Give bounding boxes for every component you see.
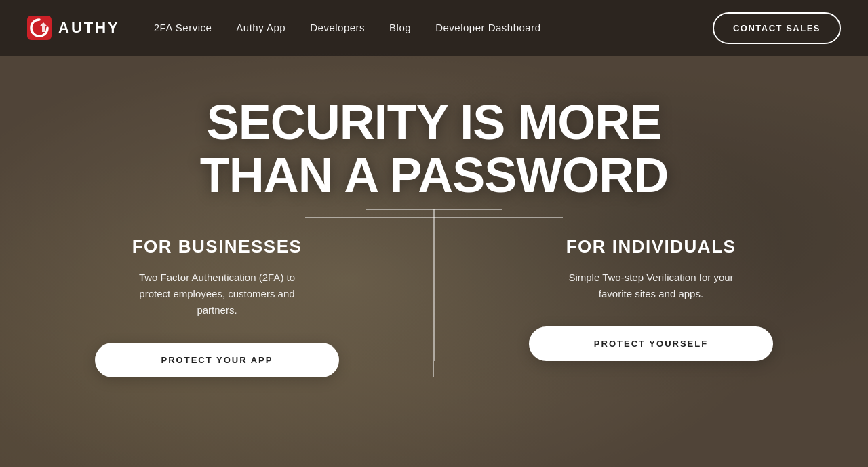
nav-right: CONTACT SALES [713, 12, 841, 44]
nav-2fa-service[interactable]: 2FA Service [154, 22, 212, 33]
hero-headline-line1: SECURITY IS MORE [207, 95, 662, 149]
hero-headline-line2: THAN A PASSWORD [200, 148, 668, 202]
nav-authy-app[interactable]: Authy App [236, 22, 285, 33]
logo-text: AUTHY [58, 19, 120, 37]
protect-your-app-button[interactable]: PROTECT YOUR APP [95, 343, 339, 377]
hero-headline: SECURITY IS MORE THAN A PASSWORD [200, 96, 668, 202]
protect-yourself-button[interactable]: PROTECT YOURSELF [529, 326, 773, 361]
navbar: AUTHY 2FA Service Authy App Developers B… [0, 0, 868, 56]
businesses-description: Two Factor Authentication (2FA) to prote… [122, 269, 312, 318]
hero-columns: FOR BUSINESSES Two Factor Authentication… [0, 236, 868, 377]
top-divider-bar [305, 217, 563, 218]
hero-content: SECURITY IS MORE THAN A PASSWORD FOR BUS… [0, 56, 868, 377]
top-line-right [434, 209, 502, 210]
individuals-description: Simple Two-step Verification for your fa… [556, 269, 746, 302]
individuals-title: FOR INDIVIDUALS [566, 236, 736, 257]
logo-link[interactable]: AUTHY [27, 16, 120, 40]
contact-sales-button[interactable]: CONTACT SALES [713, 12, 841, 44]
column-individuals: FOR INDIVIDUALS Simple Two-step Verifica… [434, 236, 868, 361]
authy-logo-icon [27, 16, 52, 40]
nav-blog[interactable]: Blog [389, 22, 411, 33]
nav-developers[interactable]: Developers [310, 22, 365, 33]
column-businesses: FOR BUSINESSES Two Factor Authentication… [0, 236, 434, 377]
nav-developer-dashboard[interactable]: Developer Dashboard [435, 22, 540, 33]
businesses-title: FOR BUSINESSES [132, 236, 302, 257]
nav-links: 2FA Service Authy App Developers Blog De… [154, 22, 541, 34]
